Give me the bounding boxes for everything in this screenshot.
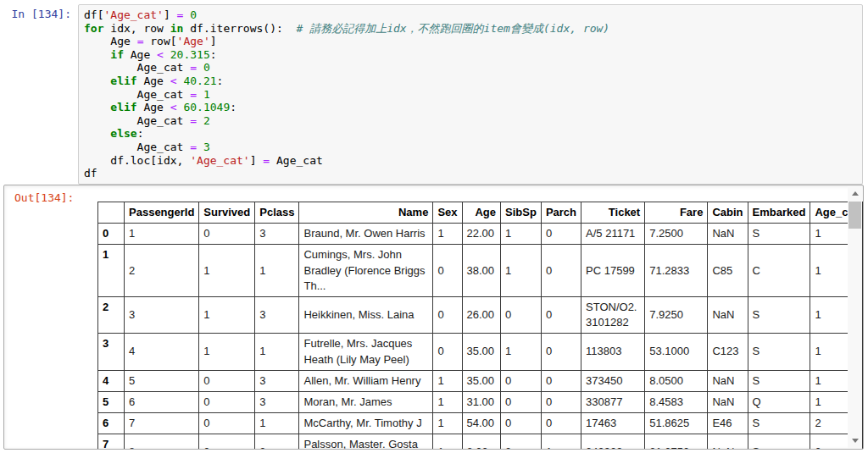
row-index: 1 xyxy=(98,245,125,297)
code-token: Age xyxy=(137,75,170,87)
code-token xyxy=(197,114,203,127)
row-index: 6 xyxy=(98,413,125,434)
table-cell: 1 xyxy=(255,334,299,370)
code-token: 'Age_cat' xyxy=(190,154,249,167)
code-line: elif Age < 60.1049: xyxy=(84,101,857,114)
code-token: Age xyxy=(137,101,170,113)
table-cell: NaN xyxy=(708,434,748,450)
table-cell: 0 xyxy=(541,224,581,245)
table-cell: 0 xyxy=(199,224,255,245)
table-cell: 0 xyxy=(433,334,462,370)
table-cell: 7 xyxy=(125,413,199,434)
code-line: df xyxy=(84,167,857,180)
arrow-down-icon xyxy=(852,439,859,443)
code-token: < xyxy=(157,48,164,61)
code-token: 0 xyxy=(190,8,197,21)
code-token xyxy=(197,141,203,153)
table-cell: 0 xyxy=(433,245,462,297)
code-token: ] xyxy=(164,8,177,21)
table-cell: 53.1000 xyxy=(645,334,708,370)
table-cell: 35.00 xyxy=(462,370,501,391)
code-token: Age xyxy=(124,48,157,61)
table-cell: 0 xyxy=(541,370,581,391)
table-cell: 1 xyxy=(433,434,462,450)
arrow-up-icon xyxy=(852,191,859,196)
code-token: in xyxy=(170,22,184,35)
code-token: < xyxy=(170,75,177,87)
table-cell: 8 xyxy=(125,434,199,450)
code-line: Age_cat = 3 xyxy=(84,141,857,154)
code-line: else: xyxy=(84,127,857,141)
scrollbar-thumb[interactable] xyxy=(849,202,861,229)
code-token: df xyxy=(84,167,97,180)
code-line: Age = row['Age'] xyxy=(84,35,857,48)
code-token xyxy=(84,101,110,113)
code-token: 20.315 xyxy=(170,48,210,61)
code-token: 'Age' xyxy=(177,35,210,47)
code-token: = xyxy=(190,61,197,74)
table-cell: Q xyxy=(748,391,810,412)
table-cell: 1 xyxy=(501,224,542,245)
code-token: < xyxy=(170,101,177,113)
code-token: Age_cat xyxy=(84,61,190,74)
code-token: = xyxy=(190,88,197,101)
table-cell: C85 xyxy=(708,245,748,297)
table-cell: Braund, Mr. Owen Harris xyxy=(299,224,433,245)
table-cell: 51.8625 xyxy=(645,413,708,434)
table-header-cell: Sex xyxy=(433,202,462,224)
table-cell: 0 xyxy=(541,334,581,370)
code-token: : xyxy=(137,127,144,140)
table-cell: 54.00 xyxy=(462,413,501,434)
table-cell: Heikkinen, Miss. Laina xyxy=(299,296,433,333)
code-token: 3 xyxy=(203,141,210,153)
table-cell: 113803 xyxy=(581,334,645,370)
code-token: : xyxy=(230,101,236,113)
table-cell: S xyxy=(748,434,810,450)
table-header-cell: Parch xyxy=(541,202,581,224)
table-cell: 0 xyxy=(501,296,542,333)
table-cell: PC 17599 xyxy=(581,245,645,297)
table-cell: 21.0750 xyxy=(645,434,708,450)
code-token xyxy=(197,88,203,101)
table-header-cell xyxy=(98,202,125,224)
code-line: Age_cat = 1 xyxy=(84,88,857,102)
code-token: 'Age_cat' xyxy=(103,8,163,21)
table-cell: NaN xyxy=(708,370,748,391)
scrollbar-down-button[interactable] xyxy=(848,434,862,448)
code-editor[interactable]: df['Age_cat'] = 0for idx, row in df.iter… xyxy=(78,4,863,185)
table-row: 0103Braund, Mr. Owen Harris122.0010A/5 2… xyxy=(98,224,863,245)
table-header-cell: Name xyxy=(299,202,433,224)
row-index: 4 xyxy=(98,370,125,391)
table-cell: S xyxy=(748,334,810,370)
table-cell: 6 xyxy=(125,391,199,412)
table-cell: 3 xyxy=(255,370,299,391)
table-cell: 1 xyxy=(255,413,299,434)
code-token: 40.21 xyxy=(183,75,216,87)
scrollbar-up-button[interactable] xyxy=(848,186,862,201)
code-token: : xyxy=(210,48,217,61)
table-cell: 0 xyxy=(541,296,581,333)
vertical-scrollbar[interactable] xyxy=(848,186,862,448)
table-cell: 3 xyxy=(255,391,299,412)
code-token: 60.1049 xyxy=(183,101,230,113)
table-cell: A/5 21171 xyxy=(581,224,645,245)
output-prompt: Out[134]: xyxy=(14,191,74,204)
table-cell: 1 xyxy=(125,224,199,245)
table-cell: Allen, Mr. William Henry xyxy=(299,370,433,391)
code-token xyxy=(164,48,170,61)
table-header-cell: Survived xyxy=(199,202,255,224)
table-cell: 4 xyxy=(125,334,199,370)
code-token: df.loc[idx, xyxy=(84,154,190,167)
table-cell: 0 xyxy=(541,391,581,412)
code-token: 0 xyxy=(203,61,210,74)
table-cell: 330877 xyxy=(581,391,645,412)
code-token xyxy=(197,61,203,74)
code-token: for xyxy=(84,22,103,35)
table-cell: 0 xyxy=(199,413,255,434)
code-token: else xyxy=(110,127,136,140)
code-token: ] xyxy=(250,154,264,167)
input-prompt-column: In [134]: xyxy=(0,4,78,185)
code-line: if Age < 20.315: xyxy=(84,48,857,62)
table-cell: 1 xyxy=(433,224,462,245)
table-cell: 71.2833 xyxy=(645,245,708,297)
